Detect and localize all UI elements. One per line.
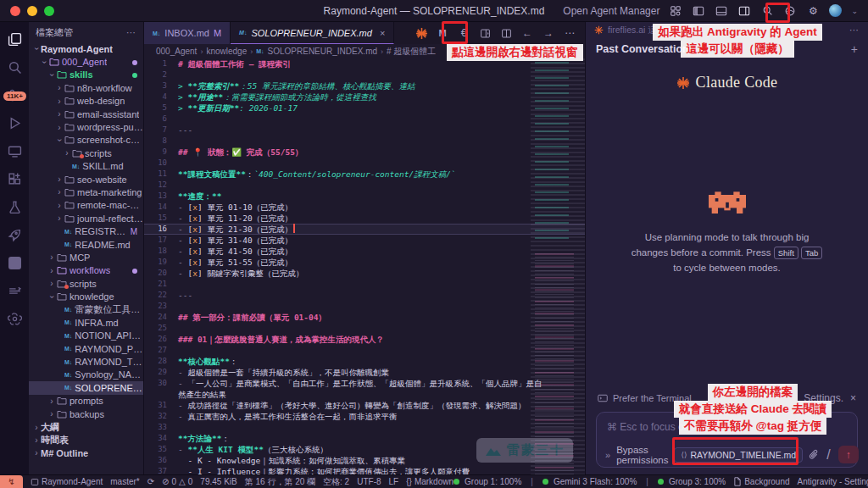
debug-icon[interactable] bbox=[6, 114, 23, 131]
account-avatar[interactable] bbox=[829, 4, 842, 17]
code-line-wrap[interactable]: 然產生的結果 bbox=[144, 389, 585, 400]
tree-item-RAYMOND_PROFIL-[interactable]: M↓RAYMOND_PROFIL… bbox=[29, 342, 143, 355]
group3-status[interactable]: Group 3: 100% bbox=[658, 477, 726, 486]
remote-window-icon[interactable] bbox=[6, 142, 23, 159]
problems-status[interactable]: ⊘ 0 △ 0 bbox=[162, 477, 192, 486]
code-line[interactable]: 26### 01｜怎麼跳脫普通人賽道，成為掌控生活的現代人？ bbox=[144, 334, 585, 345]
code-line[interactable]: 30- 「一人公司」是商業模式、「自由工作」是工作狀態、「超級個體」是升級系統、… bbox=[144, 378, 585, 389]
rocket-icon[interactable] bbox=[6, 226, 23, 243]
code-line[interactable]: 19- [x] 單元 51-55（已完成） bbox=[144, 257, 585, 268]
eol-status[interactable]: LF bbox=[389, 477, 399, 486]
code-line[interactable]: 15- [x] 單元 11-20（已完成） bbox=[144, 213, 585, 224]
openai-icon[interactable] bbox=[6, 310, 23, 327]
zoom-window-button[interactable] bbox=[44, 6, 54, 16]
code-line[interactable]: 4> **用途**：當需要課程細節或方法論時，從這裡查找 bbox=[144, 92, 585, 103]
code-line[interactable]: 17- [x] 單元 31-40（已完成） bbox=[144, 235, 585, 246]
tree-item-雷蒙數位工具清單-md[interactable]: M↓雷蒙數位工具清單.md bbox=[29, 303, 143, 316]
encoding-status[interactable]: UTF-8 bbox=[357, 477, 381, 486]
code-line[interactable]: 32- 真正厲害的人，是將工作和生活整合在一起，而非追求平衡 bbox=[144, 411, 585, 422]
workspace-status[interactable]: Raymond-Agent bbox=[31, 477, 103, 486]
tree-item-RAYMOND_TIMELI-[interactable]: M↓RAYMOND_TIMELI… bbox=[29, 355, 143, 368]
split-editor-icon[interactable] bbox=[499, 26, 513, 40]
more-icon[interactable]: ⋯ bbox=[563, 26, 576, 40]
cursor-position-status[interactable]: 第 16 行，第 20 欄 bbox=[245, 476, 315, 488]
tree-item-SOLOPRENEUR_IN-[interactable]: M↓SOLOPRENEUR_IN… bbox=[29, 381, 143, 394]
square-icon[interactable] bbox=[6, 254, 23, 271]
code-line[interactable]: 27 bbox=[144, 345, 585, 356]
tree-item-M#-Outline[interactable]: ›M# Outline bbox=[29, 446, 143, 459]
tree-item-remote-mac-mini[interactable]: ›remote-mac-mini bbox=[29, 199, 143, 212]
code-line[interactable]: 9## 📍 狀態：✅ 完成（55/55） bbox=[144, 147, 585, 158]
tree-item-000_Agent[interactable]: ›000_Agent bbox=[29, 55, 143, 68]
tab-solopreneur-index[interactable]: M↓ SOLOPRENEUR_INDEX.md × bbox=[231, 22, 394, 44]
background-status[interactable]: Background bbox=[733, 477, 789, 486]
code-line[interactable]: 14- [x] 單元 01-10（已完成） bbox=[144, 202, 585, 213]
antigravity-settings-status[interactable]: Antigravity - Settings bbox=[798, 477, 868, 486]
toggle-right-panel-icon[interactable] bbox=[737, 4, 751, 18]
toggle-sidebar-icon[interactable] bbox=[692, 4, 705, 18]
close-window-button[interactable] bbox=[10, 6, 20, 16]
tree-item-wordpress-publishi-[interactable]: ›wordpress-publishi… bbox=[29, 120, 143, 133]
breadcrumb-symbol[interactable]: # 超級個體工 bbox=[387, 46, 436, 58]
tree-item-backups[interactable]: ›backups bbox=[29, 408, 143, 420]
minimize-window-button[interactable] bbox=[27, 6, 37, 16]
layers-icon[interactable] bbox=[6, 282, 23, 299]
tree-item-scripts[interactable]: ›scripts bbox=[29, 147, 143, 159]
tree-item-skills[interactable]: ›skills bbox=[29, 69, 143, 81]
code-line[interactable]: 29- 超級個體是一套「持續升級的系統」，不是叫你離職創業 bbox=[144, 367, 585, 378]
code-line[interactable]: 25 bbox=[144, 323, 585, 334]
code-line[interactable]: 23 bbox=[144, 301, 585, 312]
open-preview-icon[interactable] bbox=[478, 26, 492, 40]
git-branch-status[interactable]: master* bbox=[110, 477, 139, 486]
sync-icon[interactable]: ⟳ bbox=[147, 477, 154, 486]
tree-item-meta-marketing[interactable]: ›meta-marketing bbox=[29, 186, 143, 198]
extensions-icon[interactable] bbox=[6, 170, 23, 187]
code-line[interactable]: 24## 第一部分：課前必讀（單元 01-04） bbox=[144, 312, 585, 323]
code-line[interactable]: 16- [x] 單元 21-30（已完成） bbox=[144, 224, 585, 235]
code-line[interactable]: 6 bbox=[144, 114, 585, 125]
code-line[interactable]: 12 bbox=[144, 180, 585, 191]
gear-icon[interactable]: ⚙ bbox=[806, 4, 820, 18]
code-line[interactable]: 20- [x] 關鍵字索引彙整（已完成） bbox=[144, 268, 585, 279]
remote-indicator[interactable]: ↯ bbox=[0, 475, 23, 488]
code-line[interactable]: 10 bbox=[144, 158, 585, 169]
tree-item-n8n-workflow[interactable]: ›n8n-workflow bbox=[29, 81, 143, 94]
tree-item-REGISTRY-md[interactable]: M↓REGISTRY.mdM bbox=[29, 225, 143, 237]
send-button[interactable]: ↑ bbox=[838, 446, 859, 463]
tree-item-seo-website[interactable]: ›seo-website bbox=[29, 173, 143, 186]
tree-item-時間表[interactable]: ›時間表 bbox=[29, 434, 143, 446]
tree-item-journal-reflection[interactable]: ›journal-reflection bbox=[29, 212, 143, 225]
layout-grid-icon[interactable] bbox=[669, 4, 682, 18]
open-agent-manager-button[interactable]: Open Agent Manager bbox=[563, 5, 659, 17]
slash-commands-icon[interactable]: / bbox=[826, 447, 830, 463]
tab-inbox[interactable]: M↓ INBOX.md M bbox=[144, 22, 231, 44]
tree-item-screenshot-compo-[interactable]: ›screenshot-compo… bbox=[29, 134, 143, 147]
code-line[interactable]: 18- [x] 單元 41-50（已完成） bbox=[144, 246, 585, 257]
code-line[interactable]: 2 bbox=[144, 69, 585, 80]
tree-item-SKILL-md[interactable]: M↓SKILL.md bbox=[29, 160, 143, 173]
tree-item-INFRA-md[interactable]: M↓INFRA.md bbox=[29, 316, 143, 329]
code-line[interactable]: 3> **完整索引**：55 單元課程的章節結構、核心觀點摘要、連結 bbox=[144, 80, 585, 92]
explorer-more-icon[interactable]: ⋯ bbox=[126, 27, 136, 38]
tree-item-workflows[interactable]: ›workflows bbox=[29, 264, 143, 277]
tree-item-Synology_NAS_Set-[interactable]: M↓Synology_NAS_Set… bbox=[29, 369, 143, 381]
tree-item-大綱[interactable]: ›大綱 bbox=[29, 420, 143, 433]
close-tab-icon[interactable]: × bbox=[380, 28, 385, 38]
code-line[interactable]: 21 bbox=[144, 279, 585, 290]
testing-beaker-icon[interactable] bbox=[6, 198, 23, 215]
gemini-status[interactable]: Gemini 3 Flash: 100% bbox=[542, 477, 637, 486]
tree-item-NOTION_API-md[interactable]: M↓NOTION_API.md bbox=[29, 330, 143, 342]
claude-icon[interactable] bbox=[415, 26, 428, 40]
code-line[interactable]: 31- 成功路徑從「達到標準」（考好大學、進好公司）轉變為「創造制度」（發現需求… bbox=[144, 400, 585, 411]
tree-item-email-assistant[interactable]: ›email-assistant bbox=[29, 108, 143, 120]
back-icon[interactable]: ← bbox=[520, 26, 534, 40]
code-line[interactable]: 7--- bbox=[144, 125, 585, 136]
tree-item-scripts[interactable]: ›scripts bbox=[29, 277, 143, 290]
forward-icon[interactable]: → bbox=[542, 26, 555, 40]
toggle-panel-icon[interactable] bbox=[715, 4, 728, 18]
code-line[interactable]: 33 bbox=[144, 422, 585, 433]
files-icon[interactable] bbox=[6, 30, 23, 47]
code-line[interactable]: 22--- bbox=[144, 290, 585, 301]
code-line[interactable]: 28**核心觀點**： bbox=[144, 356, 585, 367]
tree-item-web-design[interactable]: ›web-design bbox=[29, 95, 143, 108]
